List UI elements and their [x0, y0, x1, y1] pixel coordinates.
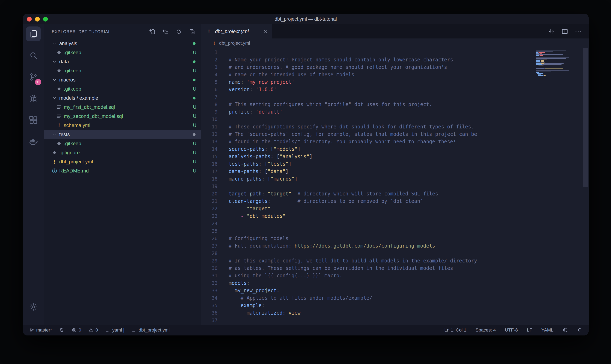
- tree-file-gitkeep[interactable]: .gitkeepU: [44, 66, 201, 75]
- split-editor-icon[interactable]: [561, 28, 568, 35]
- code-line-7[interactable]: 7: [201, 93, 589, 101]
- code-line-3[interactable]: 3# and underscores. A good package name …: [201, 64, 589, 71]
- code-line-24[interactable]: 24: [201, 220, 589, 227]
- tree-file-my-first-dbt-model-sql[interactable]: my_first_dbt_model.sqlU: [44, 103, 201, 112]
- activity-item-extensions[interactable]: [26, 113, 41, 127]
- minimap[interactable]: [536, 49, 572, 77]
- status-eol[interactable]: LF: [527, 327, 532, 333]
- tree-file-readme-md[interactable]: README.mdU: [44, 166, 201, 175]
- code-line-10[interactable]: 10: [201, 116, 589, 123]
- close-tab-icon[interactable]: [263, 29, 268, 34]
- status-indentation[interactable]: Spaces: 4: [475, 327, 496, 333]
- code-line-17[interactable]: 17data-paths: ["data"]: [201, 168, 589, 175]
- tree-file-gitkeep[interactable]: .gitkeepU: [44, 84, 201, 93]
- tree-folder-analysis[interactable]: analysis: [44, 39, 201, 48]
- code-line-5[interactable]: 5name: 'my_new_project': [201, 78, 589, 86]
- git-untracked-badge: U: [193, 141, 196, 146]
- code-line-9[interactable]: 9profile: 'default': [201, 108, 589, 116]
- code-line-27[interactable]: 27# Full documentation: https://docs.get…: [201, 242, 589, 250]
- code-line-34[interactable]: 34 # Applies to all files under models/e…: [201, 294, 589, 302]
- code-line-35[interactable]: 35 example:: [201, 302, 589, 309]
- code-line-11[interactable]: 11# These configurations specify where d…: [201, 123, 589, 130]
- sql-file-icon: [56, 113, 62, 119]
- code-line-16[interactable]: 16test-paths: ["tests"]: [201, 160, 589, 168]
- code-line-28[interactable]: 28: [201, 250, 589, 257]
- tab-dbt-project-yml[interactable]: ! dbt_project.yml: [201, 24, 272, 39]
- activity-item-run-debug[interactable]: [26, 91, 41, 106]
- status-notifications[interactable]: [577, 327, 583, 333]
- more-actions-icon[interactable]: [575, 28, 582, 35]
- line-number: 23: [201, 213, 218, 219]
- code-line-text: version: '1.0.0': [229, 87, 277, 92]
- status-sync-changes[interactable]: [59, 327, 64, 333]
- tree-file-gitignore[interactable]: .gitignoreU: [44, 148, 201, 157]
- code-line-2[interactable]: 2# Name your project! Project names shou…: [201, 56, 589, 64]
- code-line-25[interactable]: 25: [201, 227, 589, 235]
- tree-folder-data[interactable]: data: [44, 57, 201, 66]
- code-line-text: my_new_project:: [229, 288, 280, 293]
- code-line-23[interactable]: 23 - "dbt_modules": [201, 212, 589, 220]
- status-feedback[interactable]: [563, 327, 568, 333]
- code-line-8[interactable]: 8# This setting configures which "profil…: [201, 101, 589, 108]
- close-window-button[interactable]: [27, 17, 32, 22]
- zoom-window-button[interactable]: [43, 17, 48, 22]
- activity-item-docker[interactable]: [26, 134, 41, 149]
- code-line-26[interactable]: 26# Configuring models: [201, 235, 589, 242]
- line-number: 3: [201, 65, 218, 70]
- minimize-window-button[interactable]: [35, 17, 40, 22]
- code-line-1[interactable]: 1: [201, 49, 589, 56]
- line-number: 30: [201, 266, 218, 271]
- code-line-30[interactable]: 30# as tables. These settings can be ove…: [201, 264, 589, 272]
- tree-file-dbt-project-yml[interactable]: !dbt_project.ymlU: [44, 157, 201, 166]
- tree-folder-tests[interactable]: tests: [44, 130, 201, 139]
- code-line-text: name: 'my_new_project': [229, 79, 294, 85]
- tree-folder-models-example[interactable]: models / example: [44, 93, 201, 103]
- desktop-background: dbt_project.yml — dbt-tutorial 11 EXPLOR…: [0, 0, 611, 364]
- git-modified-dot: [193, 42, 195, 45]
- activity-item-explorer[interactable]: [26, 26, 41, 41]
- collapse-folders-icon[interactable]: [189, 28, 195, 35]
- code-line-19[interactable]: 19: [201, 183, 589, 190]
- new-folder-icon[interactable]: [162, 28, 169, 35]
- status-errors[interactable]: 0: [71, 327, 81, 333]
- refresh-explorer-icon[interactable]: [176, 28, 182, 35]
- activity-item-source-control[interactable]: 11: [26, 69, 41, 84]
- status-warnings[interactable]: 0: [88, 327, 98, 333]
- code-line-36[interactable]: 36 materialized: view: [201, 309, 589, 317]
- code-line-32[interactable]: 32models:: [201, 279, 589, 287]
- tree-folder-macros[interactable]: macros: [44, 75, 201, 84]
- code-line-22[interactable]: 22 - "target": [201, 205, 589, 212]
- extensions-icon: [29, 115, 38, 125]
- code-line-18[interactable]: 18macro-paths: ["macros"]: [201, 175, 589, 183]
- code-line-33[interactable]: 33 my_new_project:: [201, 287, 589, 294]
- status-branch[interactable]: master*: [29, 327, 52, 333]
- new-file-icon[interactable]: [149, 28, 155, 35]
- code-editor[interactable]: 12# Name your project! Project names sho…: [201, 48, 589, 325]
- code-line-6[interactable]: 6version: '1.0.0': [201, 86, 589, 93]
- code-line-21[interactable]: 21clean-targets: # directories to be rem…: [201, 197, 589, 205]
- tree-file-gitkeep[interactable]: .gitkeepU: [44, 48, 201, 57]
- code-line-15[interactable]: 15analysis-paths: ["analysis"]: [201, 153, 589, 160]
- code-line-37[interactable]: 37: [201, 317, 589, 324]
- code-line-13[interactable]: 13# found in the "models/" directory. Yo…: [201, 138, 589, 145]
- activity-item-settings[interactable]: [26, 299, 41, 314]
- breadcrumb-item-file[interactable]: dbt_project.yml: [219, 40, 250, 46]
- open-changes-icon[interactable]: [548, 28, 555, 35]
- editor-scrollbar[interactable]: [583, 48, 588, 187]
- code-line-12[interactable]: 12# The `source-paths` config, for examp…: [201, 130, 589, 138]
- code-line-20[interactable]: 20target-path: "target" # directory whic…: [201, 190, 589, 197]
- tree-file-my-second-dbt-model-sql[interactable]: my_second_dbt_model.sqlU: [44, 112, 201, 121]
- code-line-14[interactable]: 14source-paths: ["models"]: [201, 145, 589, 153]
- status-active-file[interactable]: dbt_project.yml: [132, 327, 170, 333]
- status-cursor-position[interactable]: Ln 1, Col 1: [444, 327, 466, 333]
- status-language-mode[interactable]: YAML: [542, 327, 554, 333]
- tree-file-schema-yml[interactable]: !schema.ymlU: [44, 121, 201, 130]
- code-line-text: # These configurations specify where dbt…: [229, 124, 474, 130]
- code-line-29[interactable]: 29# In this example config, we tell dbt …: [201, 257, 589, 264]
- code-line-4[interactable]: 4# name or the intended use of these mod…: [201, 71, 589, 78]
- activity-item-search[interactable]: [26, 48, 41, 63]
- code-line-31[interactable]: 31# using the `{{ config(...) }}` macro.: [201, 272, 589, 279]
- status-yaml-schema[interactable]: yaml |: [105, 327, 124, 333]
- tree-file-gitkeep[interactable]: .gitkeepU: [44, 139, 201, 148]
- status-encoding[interactable]: UTF-8: [505, 327, 518, 333]
